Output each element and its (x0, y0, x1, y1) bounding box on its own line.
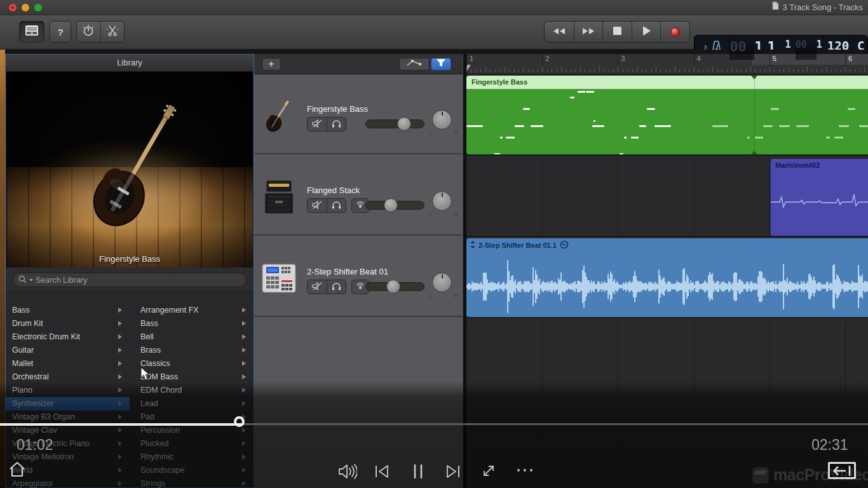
library-category-orchestral[interactable]: Orchestral (6, 370, 130, 384)
video-scrubber-handle[interactable] (234, 416, 245, 427)
track-row-2-step-shifter[interactable]: 2-Step Shifter Beat 01 L R (254, 237, 463, 317)
midi-note (834, 137, 843, 139)
quick-help-button[interactable]: ? (50, 21, 71, 43)
disclosure-icon (242, 374, 248, 379)
library-category-guitar[interactable]: Guitar (6, 344, 130, 357)
pan-knob[interactable] (432, 273, 452, 292)
library-category-piano[interactable]: Piano (6, 384, 130, 397)
library-subcategory-plucked[interactable]: Plucked (130, 437, 254, 451)
audio-waveform-thin (771, 159, 868, 236)
volume-slider[interactable] (365, 282, 424, 291)
smart-controls-button[interactable] (77, 22, 100, 42)
region-fingerstyle-bass[interactable]: Fingerstyle Bass (466, 76, 868, 154)
library-category-vintage-clav[interactable]: Vintage Clav (6, 424, 130, 437)
track-name[interactable]: 2-Step Shifter Beat 01 (307, 267, 388, 276)
fullscreen-button[interactable] (480, 463, 497, 479)
bar-gridline (694, 320, 695, 488)
library-subcategory-rhythmic[interactable]: Rhythmic (130, 451, 254, 464)
solo-button[interactable] (327, 118, 346, 131)
ruler-tick (708, 69, 709, 72)
library-category-drum-kit[interactable]: Drum Kit (6, 317, 130, 330)
back-to-menu-button[interactable] (828, 462, 856, 479)
catch-playhead-button[interactable] (431, 58, 451, 71)
library-subcategory-strings[interactable]: Strings (130, 477, 254, 488)
midi-note (624, 137, 627, 139)
stop-button[interactable] (602, 22, 632, 42)
window-title-text: 3 Track Song - Tracks (783, 0, 863, 15)
rewind-button[interactable] (545, 22, 574, 42)
ruler-tick (485, 67, 486, 72)
pan-knob[interactable] (432, 110, 452, 130)
track-name[interactable]: Fingerstyle Bass (307, 104, 368, 114)
solo-button[interactable] (327, 280, 346, 294)
automation-button[interactable] (399, 58, 430, 71)
ruler-tick (850, 69, 850, 72)
mute-button[interactable] (308, 280, 327, 294)
pan-knob[interactable] (432, 191, 452, 211)
library-subcategory-brass[interactable]: Brass (130, 344, 254, 357)
ruler-tick (561, 67, 562, 72)
volume-slider[interactable] (365, 201, 424, 210)
timeline-ruler[interactable]: 123456 (466, 54, 868, 74)
add-track-button[interactable]: + (262, 58, 281, 71)
mute-icon (312, 281, 323, 293)
headphones-icon (332, 200, 341, 212)
ruler-tick (528, 69, 529, 72)
editors-button[interactable] (100, 22, 124, 42)
library-subcategory-bell[interactable]: Bell (130, 330, 254, 344)
midi-note (763, 125, 773, 127)
library-subcategory-bass[interactable]: Bass (130, 317, 254, 330)
record-button[interactable] (660, 22, 689, 42)
more-options-button[interactable] (516, 468, 534, 473)
midi-note (779, 125, 790, 127)
library-category-vintage-b3-organ[interactable]: Vintage B3 Organ (6, 410, 130, 424)
zoom-button[interactable] (34, 4, 42, 11)
library-toggle-button[interactable] (19, 21, 44, 43)
track-name[interactable]: Flanged Stack (307, 186, 360, 195)
ruler-tick (836, 69, 836, 72)
solo-button[interactable] (327, 199, 346, 212)
library-category-electronic-drum-kit[interactable]: Electronic Drum Kit (6, 330, 130, 344)
ruler-tick (604, 69, 604, 72)
track-row-fingerstyle-bass[interactable]: Fingerstyle Bass L R (254, 74, 463, 154)
library-subcategory-soundscape[interactable]: Soundscape (130, 464, 254, 477)
volume-knob[interactable] (384, 198, 398, 212)
fast-forward-button[interactable] (574, 22, 603, 42)
midi-note (771, 108, 779, 110)
next-button[interactable] (445, 464, 461, 479)
play-button[interactable] (632, 22, 661, 42)
disclosure-icon (118, 414, 125, 419)
library-subcategory-lead[interactable]: Lead (130, 397, 254, 410)
library-category-synthesizer[interactable]: Synthesizer (6, 397, 130, 410)
subcategory-label: Bell (140, 330, 154, 344)
playhead-marker[interactable] (466, 65, 471, 74)
region-maelstrom[interactable]: Maelstrom#02 (770, 159, 868, 236)
volume-knob[interactable] (397, 117, 411, 131)
ruler-tick (689, 69, 689, 72)
mute-button[interactable] (308, 118, 327, 131)
ruler-tick (571, 69, 571, 72)
track-row-flanged-stack[interactable]: Flanged Stack L R (254, 156, 463, 236)
pan-tick (442, 274, 443, 278)
library-subcategory-edm-chord[interactable]: EDM Chord (130, 384, 254, 397)
mute-solo-group (307, 117, 346, 132)
disclosure-icon (118, 388, 125, 393)
subcategory-label: Pad (140, 410, 154, 424)
previous-button[interactable] (374, 464, 390, 479)
region-2-step-shifter[interactable]: 2-Step Shifter Beat 01.1 (466, 238, 868, 317)
library-category-mallet[interactable]: Mallet (6, 357, 130, 370)
ruler-tick (557, 69, 557, 72)
volume-slider[interactable] (365, 119, 424, 128)
mute-button[interactable] (308, 199, 327, 212)
minimize-button[interactable] (22, 4, 29, 11)
close-button[interactable] (9, 4, 17, 11)
library-subcategory-arrangement-fx[interactable]: Arrangement FX (130, 304, 254, 317)
library-category-bass[interactable]: Bass (6, 304, 130, 317)
subcategory-label: Brass (140, 344, 161, 357)
pause-button[interactable] (412, 463, 424, 480)
ruler-tick (609, 69, 609, 72)
home-button[interactable] (8, 459, 27, 480)
volume-knob[interactable] (386, 280, 400, 294)
volume-button[interactable] (337, 462, 357, 481)
library-subcategory-percussion[interactable]: Percussion (130, 424, 254, 437)
